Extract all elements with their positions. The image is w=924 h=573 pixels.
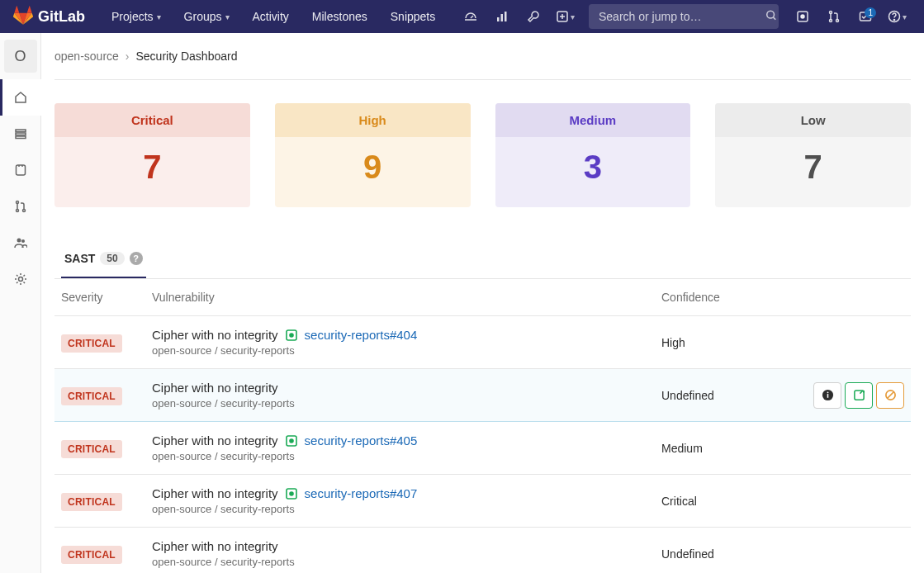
issue-icon xyxy=(285,329,298,342)
svg-rect-1 xyxy=(501,14,504,21)
chevron-down-icon: ▾ xyxy=(157,12,161,21)
svg-point-31 xyxy=(290,439,293,443)
sidebar-item-issues[interactable] xyxy=(0,152,41,188)
brand-name: GitLab xyxy=(38,8,85,26)
svg-rect-16 xyxy=(16,165,25,175)
info-button[interactable] xyxy=(813,382,841,409)
issue-icon xyxy=(285,434,298,448)
svg-point-9 xyxy=(836,20,839,22)
vuln-title: Cipher with no integrity xyxy=(152,539,648,553)
card-low-count: 7 xyxy=(715,137,911,186)
search-icon xyxy=(765,10,777,24)
nav-milestones[interactable]: Milestones xyxy=(302,3,377,30)
vuln-path: open-source / security-reports xyxy=(152,556,648,568)
issue-link[interactable]: security-reports#404 xyxy=(305,328,418,342)
confidence-cell: Critical xyxy=(655,475,787,528)
vulnerability-tabs: SAST 50 ? xyxy=(54,240,911,279)
issue-link[interactable]: security-reports#405 xyxy=(305,433,418,448)
svg-point-33 xyxy=(290,492,293,495)
top-navbar: GitLab Projects▾ Groups▾ Activity Milest… xyxy=(0,0,924,33)
card-low-label: Low xyxy=(715,103,911,137)
col-actions xyxy=(787,279,911,316)
card-high-count: 9 xyxy=(275,137,471,186)
svg-point-17 xyxy=(16,201,18,204)
wrench-icon[interactable] xyxy=(519,2,547,31)
svg-point-4 xyxy=(767,11,775,18)
todos-icon[interactable]: 1 xyxy=(851,2,879,31)
svg-rect-14 xyxy=(16,133,26,135)
card-critical[interactable]: Critical 7 xyxy=(54,103,250,207)
tab-sast[interactable]: SAST 50 ? xyxy=(61,240,146,278)
col-vulnerability: Vulnerability xyxy=(145,279,655,316)
card-low[interactable]: Low 7 xyxy=(715,103,911,207)
vuln-title: Cipher with no integrity security-report… xyxy=(152,328,648,342)
search-input[interactable] xyxy=(589,4,779,29)
issue-icon xyxy=(285,487,298,500)
breadcrumb-group[interactable]: open-source xyxy=(54,50,119,63)
card-medium[interactable]: Medium 3 xyxy=(495,103,691,207)
breadcrumb-separator: › xyxy=(126,50,130,63)
vuln-title: Cipher with no integrity security-report… xyxy=(152,486,648,500)
table-row[interactable]: CRITICALCipher with no integrity securit… xyxy=(54,316,911,369)
confidence-cell: Medium xyxy=(655,422,787,475)
svg-point-19 xyxy=(22,210,25,212)
sidebar-item-overview[interactable] xyxy=(0,79,41,116)
nav-snippets[interactable]: Snippets xyxy=(381,3,445,30)
group-avatar[interactable]: O xyxy=(4,40,37,73)
svg-rect-2 xyxy=(505,12,507,21)
create-issue-button[interactable] xyxy=(845,382,873,409)
help-icon[interactable]: ? xyxy=(130,252,143,265)
card-medium-label: Medium xyxy=(495,103,691,137)
merge-requests-icon[interactable] xyxy=(820,2,848,31)
severity-badge: CRITICAL xyxy=(61,334,122,353)
svg-rect-15 xyxy=(16,136,26,139)
table-row[interactable]: CRITICALCipher with no integrityopen-sou… xyxy=(54,369,911,422)
svg-point-6 xyxy=(801,15,804,18)
nav-projects[interactable]: Projects▾ xyxy=(102,3,171,30)
vuln-path: open-source / security-reports xyxy=(152,397,648,410)
vuln-path: open-source / security-reports xyxy=(152,450,648,462)
severity-summary-cards: Critical 7 High 9 Medium 3 Low 7 xyxy=(54,103,911,207)
dismiss-button[interactable] xyxy=(876,382,904,409)
dashboard-icon[interactable] xyxy=(457,2,485,31)
main-content: open-source › Security Dashboard Critica… xyxy=(41,33,924,573)
tanuki-icon xyxy=(13,6,33,28)
nav-activity[interactable]: Activity xyxy=(243,3,299,30)
svg-point-22 xyxy=(18,277,22,282)
svg-point-18 xyxy=(16,210,18,212)
tab-sast-count: 50 xyxy=(100,252,124,265)
svg-rect-0 xyxy=(497,17,500,21)
sidebar-item-settings[interactable] xyxy=(0,261,41,297)
svg-point-7 xyxy=(830,12,832,14)
card-medium-count: 3 xyxy=(495,137,691,186)
severity-badge: CRITICAL xyxy=(61,493,122,511)
gitlab-logo[interactable]: GitLab xyxy=(13,6,85,28)
sidebar-item-epics[interactable] xyxy=(0,116,41,152)
card-high[interactable]: High 9 xyxy=(275,103,471,207)
todos-badge: 1 xyxy=(865,7,876,18)
left-sidebar: O xyxy=(0,33,41,573)
chart-icon[interactable] xyxy=(488,2,516,31)
row-actions xyxy=(794,382,904,409)
tab-sast-label: SAST xyxy=(64,252,95,265)
confidence-cell: Undefined xyxy=(655,369,787,422)
sidebar-item-members[interactable] xyxy=(0,225,41,261)
severity-badge: CRITICAL xyxy=(61,440,122,458)
table-row[interactable]: CRITICALCipher with no integrityopen-sou… xyxy=(54,528,911,574)
card-critical-label: Critical xyxy=(54,103,250,137)
issues-icon[interactable] xyxy=(789,2,817,31)
table-row[interactable]: CRITICALCipher with no integrity securit… xyxy=(54,475,911,528)
col-confidence: Confidence xyxy=(655,279,787,316)
svg-rect-26 xyxy=(827,394,828,398)
nav-groups[interactable]: Groups▾ xyxy=(174,3,239,30)
help-icon[interactable]: ▾ xyxy=(883,2,911,31)
svg-point-20 xyxy=(17,239,21,243)
col-severity: Severity xyxy=(54,279,145,316)
table-row[interactable]: CRITICALCipher with no integrity securit… xyxy=(54,422,911,475)
issue-link[interactable]: security-reports#407 xyxy=(305,486,418,500)
confidence-cell: Undefined xyxy=(655,528,787,574)
plus-icon[interactable]: ▾ xyxy=(551,2,579,31)
breadcrumb-current: Security Dashboard xyxy=(136,50,238,63)
breadcrumb: open-source › Security Dashboard xyxy=(54,46,911,80)
sidebar-item-merge-requests[interactable] xyxy=(0,188,41,225)
